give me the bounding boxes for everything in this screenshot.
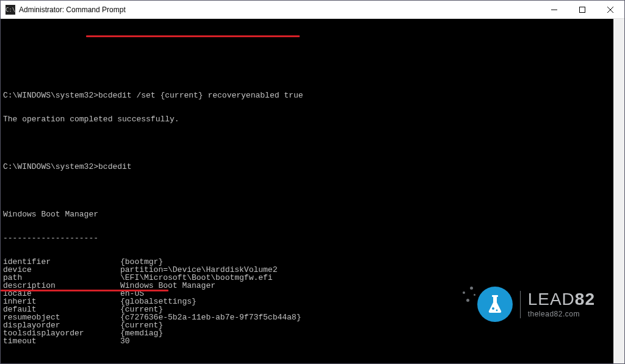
- kv-row: displayorder{current}: [3, 321, 611, 329]
- svg-point-6: [496, 310, 497, 312]
- terminal-blank: [3, 139, 611, 147]
- flask-icon: [477, 287, 513, 322]
- terminal-cmd-line: C:\WINDOWS\system32>bcdedit: [3, 163, 611, 171]
- svg-rect-1: [580, 7, 585, 12]
- watermark-url: thelead82.com: [528, 310, 595, 318]
- scrollbar-thumb[interactable]: [614, 19, 624, 363]
- kv-row: identifier{bootmgr}: [3, 258, 611, 266]
- titlebar[interactable]: C:\ Administrator: Command Prompt: [1, 1, 624, 19]
- svg-point-5: [492, 307, 494, 310]
- section-divider: --------------------: [3, 234, 611, 242]
- terminal-output: The operation completed successfully.: [3, 115, 611, 123]
- terminal-blank: [3, 68, 611, 76]
- watermark-divider: [520, 291, 521, 318]
- cmd-icon: C:\: [5, 5, 15, 15]
- close-button[interactable]: [596, 1, 624, 19]
- minimize-button[interactable]: [540, 1, 568, 19]
- watermark-dots-icon: [460, 285, 478, 333]
- kv-row: timeout30: [3, 337, 611, 345]
- terminal-blank: [3, 361, 611, 363]
- watermark: LEAD82 thelead82.com: [477, 287, 595, 322]
- terminal-cmd-line: C:\WINDOWS\system32>bcdedit /set {curren…: [3, 91, 611, 99]
- terminal-area[interactable]: C:\WINDOWS\system32>bcdedit /set {curren…: [1, 19, 624, 363]
- svg-rect-4: [492, 295, 498, 297]
- window-title: Administrator: Command Prompt: [19, 5, 126, 14]
- watermark-brand: LEAD82: [528, 291, 595, 308]
- maximize-button[interactable]: [568, 1, 596, 19]
- kv-value: 30: [120, 337, 130, 345]
- terminal-blank: [3, 187, 611, 194]
- kv-row: path\EFI\Microsoft\Boot\bootmgfw.efi: [3, 274, 611, 282]
- highlight-annotation-2: [1, 290, 168, 291]
- cmd-window: C:\ Administrator: Command Prompt C:\WIN…: [0, 0, 625, 364]
- watermark-text: LEAD82 thelead82.com: [528, 291, 595, 318]
- section-header: Windows Boot Manager: [3, 210, 611, 218]
- kv-row: devicepartition=\Device\HarddiskVolume2: [3, 266, 611, 274]
- highlight-annotation-1: [86, 35, 300, 37]
- kv-key: timeout: [3, 337, 120, 345]
- kv-row: toolsdisplayorder{memdiag}: [3, 329, 611, 337]
